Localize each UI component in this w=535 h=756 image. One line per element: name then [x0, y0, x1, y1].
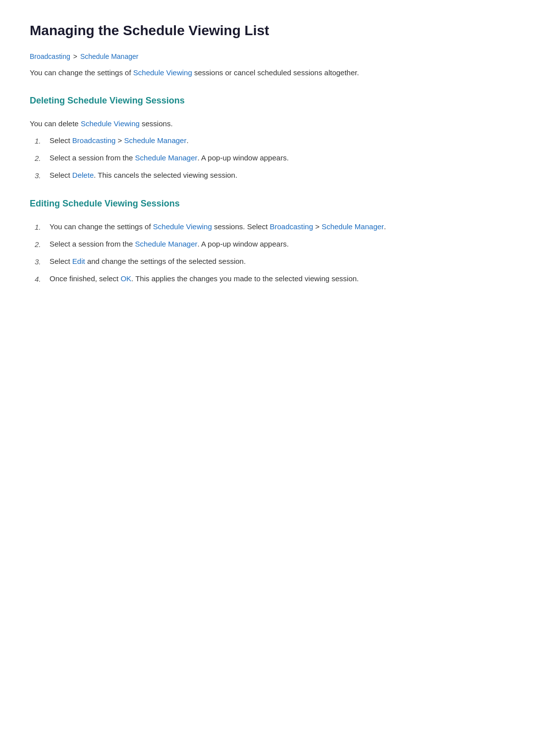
step-edit-number-3: 3. [35, 255, 50, 268]
step-delete-3: 3. Select Delete. This cancels the selec… [35, 169, 505, 182]
step-edit-1: 1. You can change the settings of Schedu… [35, 221, 505, 233]
section-deleting: Deleting Schedule Viewing Sessions You c… [30, 94, 505, 182]
step-edit-content-2: Select a session from the Schedule Manag… [50, 238, 505, 250]
highlight-schedule-viewing-2: Schedule Viewing [81, 119, 140, 128]
step-content-1: Select Broadcasting > Schedule Manager. [50, 135, 505, 147]
section-deleting-intro: You can delete Schedule Viewing sessions… [30, 118, 505, 130]
highlight-schedule-manager-3: Schedule Manager [321, 222, 384, 231]
highlight-ok: OK [120, 274, 131, 283]
highlight-schedule-viewing-3: Schedule Viewing [153, 222, 212, 231]
editing-steps: 1. You can change the settings of Schedu… [35, 221, 505, 285]
step-edit-number-4: 4. [35, 273, 50, 285]
step-edit-3: 3. Select Edit and change the settings o… [35, 255, 505, 268]
step-edit-content-1: You can change the settings of Schedule … [50, 221, 505, 233]
step-number-3: 3. [35, 169, 50, 182]
step-edit-number-1: 1. [35, 221, 50, 233]
highlight-broadcasting-2: Broadcasting [269, 222, 313, 231]
step-delete-1: 1. Select Broadcasting > Schedule Manage… [35, 135, 505, 147]
step-content-2: Select a session from the Schedule Manag… [50, 152, 505, 164]
highlight-schedule-manager-4: Schedule Manager [135, 240, 198, 248]
step-edit-content-3: Select Edit and change the settings of t… [50, 255, 505, 267]
highlight-schedule-viewing: Schedule Viewing [133, 68, 192, 77]
breadcrumb-broadcasting[interactable]: Broadcasting [30, 51, 70, 62]
section-editing: Editing Schedule Viewing Sessions 1. You… [30, 197, 505, 285]
step-delete-2: 2. Select a session from the Schedule Ma… [35, 152, 505, 164]
section-editing-title: Editing Schedule Viewing Sessions [30, 197, 505, 214]
step-number-2: 2. [35, 152, 50, 164]
highlight-delete: Delete [72, 171, 94, 179]
deleting-steps: 1. Select Broadcasting > Schedule Manage… [35, 135, 505, 182]
highlight-schedule-manager-1: Schedule Manager [124, 136, 187, 145]
highlight-broadcasting-1: Broadcasting [72, 136, 116, 145]
step-edit-content-4: Once finished, select OK. This applies t… [50, 273, 505, 285]
page-title: Managing the Schedule Viewing List [30, 20, 505, 42]
step-edit-4: 4. Once finished, select OK. This applie… [35, 273, 505, 285]
breadcrumb: Broadcasting > Schedule Manager [30, 51, 505, 62]
step-edit-number-2: 2. [35, 238, 50, 251]
step-number-1: 1. [35, 135, 50, 147]
intro-text: You can change the settings of Schedule … [30, 67, 505, 79]
breadcrumb-separator: > [73, 51, 77, 62]
breadcrumb-schedule-manager[interactable]: Schedule Manager [80, 51, 139, 62]
step-content-3: Select Delete. This cancels the selected… [50, 169, 505, 181]
highlight-schedule-manager-2: Schedule Manager [135, 153, 198, 162]
highlight-edit: Edit [72, 257, 85, 265]
section-deleting-title: Deleting Schedule Viewing Sessions [30, 94, 505, 111]
step-edit-2: 2. Select a session from the Schedule Ma… [35, 238, 505, 251]
